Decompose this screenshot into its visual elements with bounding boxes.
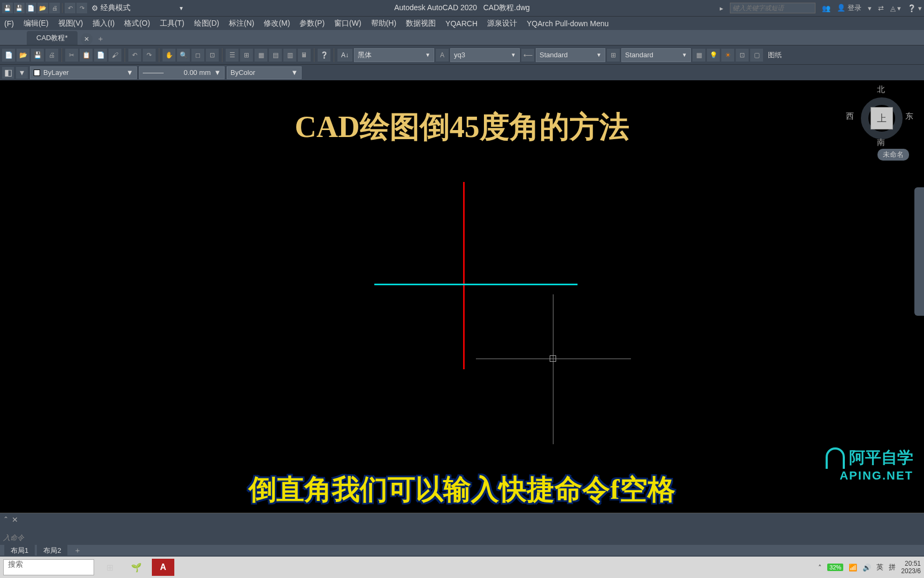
layer-filter-icon[interactable]: ▾ (16, 67, 28, 79)
layout-tab-2[interactable]: 布局2 (37, 545, 67, 557)
network-icon[interactable]: 👥 (822, 4, 830, 12)
menu-parametric[interactable]: 参数(P) (299, 19, 325, 28)
dim-style-dropdown[interactable]: Standard▼ (536, 48, 605, 62)
layout-tab-1[interactable]: 布局1 (4, 545, 35, 557)
login-button[interactable]: 👤 登录 (837, 3, 861, 13)
undo-icon[interactable]: ↶ (65, 3, 75, 13)
chevron-up-icon[interactable]: ˄ (818, 564, 822, 572)
menu-modify[interactable]: 修改(M) (264, 19, 290, 28)
viewcube-top[interactable]: 上 (871, 107, 893, 130)
cloud-icon[interactable]: ◬ ▾ (890, 4, 902, 12)
redo-icon[interactable]: ↷ (76, 3, 87, 13)
sun-icon[interactable]: ☀ (721, 49, 734, 62)
misc1-icon[interactable]: ▦ (692, 49, 705, 62)
dropdown-icon[interactable]: ▾ (868, 4, 872, 12)
navigation-bar[interactable] (914, 187, 924, 316)
open-doc-icon[interactable]: 📂 (17, 49, 29, 62)
table-style-dropdown[interactable]: Standard▼ (621, 48, 691, 62)
zoom-window-icon[interactable]: ◻ (191, 49, 204, 62)
saveas-icon[interactable]: 💾 (14, 3, 25, 13)
ime-lang[interactable]: 英 (876, 562, 883, 572)
undo2-icon[interactable]: ↶ (128, 49, 141, 62)
cut-icon[interactable]: ✂ (65, 49, 78, 62)
paste-icon[interactable]: 📄 (94, 49, 107, 62)
menu-edit[interactable]: 编辑(E) (24, 19, 49, 28)
redo2-icon[interactable]: ↷ (143, 49, 156, 62)
volume-icon[interactable]: 🔊 (863, 564, 871, 572)
view-name-badge[interactable]: 未命名 (877, 149, 909, 161)
menu-file[interactable]: (F) (4, 19, 14, 28)
plant-icon[interactable]: 🌱 (125, 559, 148, 576)
copy-icon[interactable]: 📋 (80, 49, 93, 62)
markup-icon[interactable]: ▥ (283, 49, 296, 62)
menu-yuanquan[interactable]: 源泉设计 (487, 19, 517, 28)
light-icon[interactable]: 💡 (707, 49, 720, 62)
table-icon[interactable]: ⊞ (607, 49, 620, 62)
layer-dropdown[interactable]: ByLayer▼ (30, 66, 137, 79)
text-icon[interactable]: A (436, 49, 449, 62)
text-style-dropdown[interactable]: yq3▼ (450, 48, 520, 62)
toolpalette-icon[interactable]: ▦ (255, 49, 267, 62)
help2-icon[interactable]: ❔ (318, 49, 330, 62)
compass-south: 南 (877, 138, 885, 148)
misc2-icon[interactable]: ⊡ (736, 49, 749, 62)
taskview-icon[interactable]: ⊞ (98, 559, 121, 576)
misc3-icon[interactable]: ▢ (750, 49, 763, 62)
logo-icon (826, 447, 845, 469)
menu-yqarch[interactable]: YQARCH (445, 19, 478, 28)
help-icon[interactable]: ❔ ▾ (907, 4, 922, 12)
exchange-icon[interactable]: ⇄ (878, 4, 884, 12)
wifi-icon[interactable]: 📶 (849, 564, 857, 572)
save-icon[interactable]: 💾 (2, 3, 13, 13)
menu-insert[interactable]: 插入(I) (93, 19, 114, 28)
calc-icon[interactable]: 🖩 (298, 49, 311, 62)
menu-dataview[interactable]: 数据视图 (406, 19, 436, 28)
clock[interactable]: 20:51 2023/6 (901, 560, 921, 575)
chevron-icon[interactable]: ⌃ (3, 515, 9, 523)
menu-draw[interactable]: 绘图(D) (194, 19, 219, 28)
properties-icon[interactable]: ☰ (226, 49, 238, 62)
battery-indicator[interactable]: 32% (827, 564, 843, 571)
font-dropdown[interactable]: 黑体▼ (354, 48, 434, 62)
close-icon[interactable]: ✕ (12, 515, 18, 524)
new-icon[interactable]: 📄 (26, 3, 36, 13)
drawing-canvas[interactable]: CAD绘图倒45度角的方法 上 北 南 东 西 未命名 阿平自学 APING.N… (0, 80, 924, 530)
menu-yqarch-pulldown[interactable]: YQArch Pull-down Menu (527, 19, 609, 28)
title-bar: 💾 💾 📄 📂 🖨 ↶ ↷ ⚙ 经典模式 ▼ Autodesk AutoCAD … (0, 0, 924, 16)
open-icon[interactable]: 📂 (37, 3, 48, 13)
print-icon[interactable]: 🖨 (45, 49, 58, 62)
viewcube[interactable]: 上 北 南 东 西 (850, 87, 909, 146)
new-doc-icon[interactable]: 📄 (2, 49, 15, 62)
save-doc-icon[interactable]: 💾 (31, 49, 44, 62)
linetype-dropdown[interactable]: ByColor▼ (227, 66, 302, 79)
document-tab[interactable]: CAD教程* (27, 31, 78, 45)
command-line[interactable]: ⌃ ✕ 入命令 (0, 513, 924, 545)
add-tab-icon[interactable]: ＋ (95, 33, 106, 45)
layer-props-icon[interactable]: ◧ (2, 67, 14, 79)
menu-view[interactable]: 视图(V) (58, 19, 83, 28)
windows-search[interactable]: 搜索 (3, 559, 94, 575)
menu-dimension[interactable]: 标注(N) (229, 19, 254, 28)
close-tab-icon[interactable]: ✕ (81, 33, 93, 45)
keyword-search[interactable] (730, 3, 815, 13)
menu-format[interactable]: 格式(O) (124, 19, 150, 28)
pan-icon[interactable]: ✋ (163, 49, 175, 62)
separator (125, 48, 125, 62)
text-style-icon[interactable]: A↓ (337, 49, 352, 62)
zoom-icon[interactable]: 🔍 (177, 49, 190, 62)
menu-tools[interactable]: 工具(T) (160, 19, 184, 28)
dim-icon[interactable]: ⟵ (521, 49, 534, 62)
menu-window[interactable]: 窗口(W) (334, 19, 361, 28)
designcenter-icon[interactable]: ⊞ (240, 49, 253, 62)
lineweight-dropdown[interactable]: ———0.00 mm▼ (139, 66, 225, 79)
workspace-switcher[interactable]: ⚙ 经典模式 ▼ (91, 3, 184, 13)
ime-mode[interactable]: 拼 (889, 562, 896, 572)
plot-icon[interactable]: 🖨 (49, 3, 60, 13)
add-layout-icon[interactable]: ＋ (72, 545, 83, 557)
menu-help[interactable]: 帮助(H) (371, 19, 396, 28)
gear-icon: ⚙ (91, 4, 98, 12)
sheet-icon[interactable]: ▤ (269, 49, 282, 62)
zoom-extents-icon[interactable]: ⊡ (206, 49, 219, 62)
match-icon[interactable]: 🖌 (109, 49, 121, 62)
autocad-taskbar-icon[interactable]: A (152, 559, 174, 576)
